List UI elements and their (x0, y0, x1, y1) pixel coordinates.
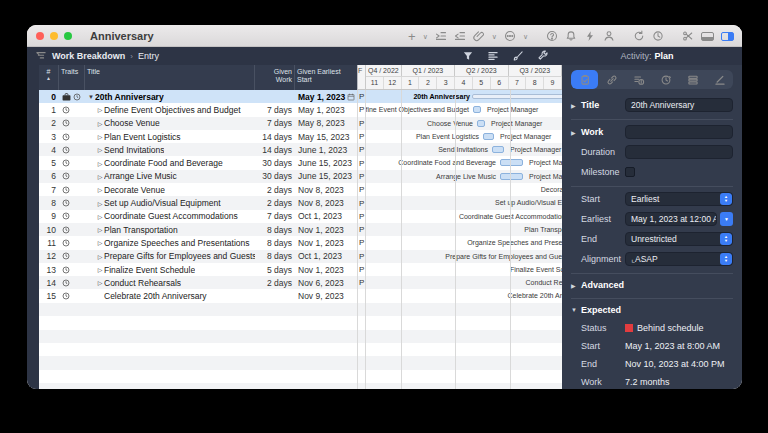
inspector-tab-connections[interactable] (598, 70, 625, 89)
bottom-panel-icon[interactable] (701, 32, 714, 41)
disclosure-triangle-icon[interactable]: ▼ (87, 94, 95, 100)
task-row[interactable]: 12▷Prepare Gifts for Employees and Guest… (39, 250, 562, 263)
breadcrumb-view[interactable]: Work Breakdown (52, 51, 125, 61)
task-row[interactable]: 11▷Organize Speeches and Presentations8 … (39, 236, 562, 249)
disclosure-triangle-icon[interactable]: ▷ (96, 186, 104, 193)
clock-icon (62, 266, 70, 274)
task-row[interactable]: 14▷Conduct Rehearsals2 daysNov 6, 2023PC… (39, 276, 562, 289)
inspector-tab-resources[interactable] (625, 70, 652, 89)
task-row[interactable]: 13▷Finalize Event Schedule5 daysNov 1, 2… (39, 263, 562, 276)
task-row[interactable]: 7▷Decorate Venue2 daysNov 8, 2023PDecora… (39, 183, 562, 196)
disclosure-triangle-icon[interactable]: ▷ (96, 160, 104, 167)
more-icon[interactable] (504, 30, 516, 42)
duration-input[interactable] (625, 145, 733, 159)
notifications-icon[interactable] (565, 30, 577, 42)
disclosure-triangle-icon[interactable]: ▷ (96, 226, 104, 233)
status-clock-icon[interactable] (652, 30, 664, 42)
earliest-date-input[interactable]: May 1, 2023 at 12:00 AM (625, 212, 717, 226)
task-row[interactable]: 6▷Arrange Live Music30 daysJune 15, 2023… (39, 170, 562, 183)
task-row[interactable]: 8▷Set up Audio/Visual Equipment2 daysNov… (39, 196, 562, 209)
gantt-timeline-header[interactable]: Q4 / 2022Q1 / 2023Q2 / 2023Q3 / 2023 111… (365, 65, 562, 90)
disclosure-triangle-icon[interactable]: ▷ (96, 253, 104, 260)
task-row[interactable]: 9▷Coordinate Guest Accommodations7 daysO… (39, 210, 562, 223)
disclosure-triangle-icon[interactable]: ▷ (96, 146, 104, 153)
person-icon[interactable] (603, 30, 615, 42)
advanced-section-header[interactable]: ▶ Advanced (571, 278, 733, 292)
column-header-title[interactable]: Title (85, 65, 255, 90)
disclosure-icon[interactable]: ▶ (571, 102, 581, 109)
task-row[interactable]: 2▷Choose Venue7 daysMay 8, 2023PChoose V… (39, 117, 562, 130)
milestone-checkbox[interactable] (625, 167, 635, 177)
column-header-number[interactable]: # ▲ (39, 65, 59, 90)
gantt-summary-bar[interactable] (472, 94, 562, 99)
end-popup[interactable]: Unrestricted ▲▼ (625, 232, 733, 246)
disclosure-triangle-icon[interactable]: ▷ (96, 279, 104, 286)
calendar-icon[interactable] (347, 93, 355, 101)
task-row[interactable]: 3▷Plan Event Logistics14 daysMay 15, 202… (39, 130, 562, 143)
disclosure-triangle-icon[interactable]: ▷ (96, 173, 104, 180)
gantt-task-bar[interactable] (500, 173, 523, 180)
work-label: Work (581, 127, 625, 137)
column-header-traits[interactable]: Traits (59, 65, 85, 90)
disclosure-triangle-icon[interactable]: ▷ (96, 133, 104, 140)
disclosure-icon[interactable]: ▶ (571, 282, 581, 289)
indent-icon[interactable] (435, 30, 447, 42)
actions-icon[interactable] (584, 30, 596, 42)
breadcrumb-page[interactable]: Entry (138, 51, 159, 61)
task-row[interactable]: 10▷Plan Transportation8 daysNov 1, 2023P… (39, 223, 562, 236)
inspector-tab-outline[interactable] (679, 70, 706, 89)
sync-icon[interactable] (633, 30, 645, 42)
inspector-tab-schedule[interactable] (652, 70, 679, 89)
gantt-task-bar[interactable] (500, 159, 523, 166)
task-row[interactable]: 15Celebrate 20th AnniversaryNov 9, 2023C… (39, 289, 562, 302)
zoom-window-button[interactable] (64, 32, 72, 40)
filter-icon[interactable] (462, 50, 474, 62)
gantt-task-bar[interactable] (483, 133, 494, 140)
gantt-task-bar[interactable] (473, 106, 481, 113)
wrench-icon[interactable] (537, 50, 549, 62)
inspector-tab-task-info[interactable] (571, 70, 598, 89)
close-window-button[interactable] (36, 32, 44, 40)
gantt-task-bar[interactable] (492, 146, 504, 153)
task-row[interactable]: 4▷Send Invitations14 daysJune 1, 2023PSe… (39, 143, 562, 156)
disclosure-triangle-icon[interactable]: ▷ (96, 239, 104, 246)
disclosure-icon[interactable]: ▶ (571, 129, 581, 136)
scissors-icon[interactable] (682, 30, 694, 42)
column-header-given-work[interactable]: GivenWork (255, 65, 295, 90)
alignment-popup[interactable]: ⌞ASAP ▲▼ (625, 252, 733, 266)
chevron-down-icon[interactable]: ∨ (523, 33, 528, 40)
column-header-given-earliest-start[interactable]: Given EarliestStart (295, 65, 357, 90)
breadcrumb[interactable]: Work Breakdown › Entry (35, 50, 159, 62)
task-row[interactable]: 0▼20th AnniversaryMay 1, 2023P20th Anniv… (39, 90, 562, 103)
title-input[interactable]: 20th Anniversary (625, 98, 733, 112)
disclosure-triangle-icon[interactable]: ▷ (96, 120, 104, 127)
view-switcher-icon[interactable] (35, 50, 47, 62)
chevron-down-icon[interactable]: ∨ (423, 33, 428, 40)
task-title-cell: ▷Plan Transportation (85, 223, 255, 236)
chevron-down-icon[interactable]: ∨ (492, 33, 497, 40)
task-row[interactable]: 5▷Coordinate Food and Beverage30 daysJun… (39, 156, 562, 169)
disclosure-triangle-icon[interactable]: ▷ (96, 200, 104, 207)
task-row[interactable]: 1▷Define Event Objectives and Budget7 da… (39, 103, 562, 116)
add-icon[interactable]: + (408, 30, 416, 43)
expected-section-header[interactable]: ▼ Expected (571, 303, 733, 317)
start-popup[interactable]: Earliest ▲▼ (625, 192, 733, 206)
right-panel-icon[interactable] (721, 32, 734, 41)
disclosure-icon[interactable]: ▼ (571, 307, 581, 313)
gantt-task-bar[interactable] (477, 120, 485, 127)
attach-icon[interactable] (473, 30, 485, 42)
gantt-row: Coordinate Guest Accommodations (365, 210, 562, 223)
task-title: Finalize Event Schedule (104, 265, 195, 275)
given-earliest-start-value: Oct 1, 2023 (295, 250, 357, 263)
disclosure-triangle-icon[interactable]: ▷ (96, 266, 104, 273)
outdent-icon[interactable] (454, 30, 466, 42)
align-icon[interactable] (487, 50, 499, 62)
date-picker-button[interactable]: ▼ (720, 212, 733, 226)
brush-icon[interactable] (512, 50, 524, 62)
work-input[interactable] (625, 125, 733, 139)
disclosure-triangle-icon[interactable]: ▷ (96, 213, 104, 220)
disclosure-triangle-icon[interactable]: ▷ (96, 106, 104, 113)
inspector-tab-styles[interactable] (706, 70, 733, 89)
help-icon[interactable] (546, 30, 558, 42)
minimize-window-button[interactable] (50, 32, 58, 40)
